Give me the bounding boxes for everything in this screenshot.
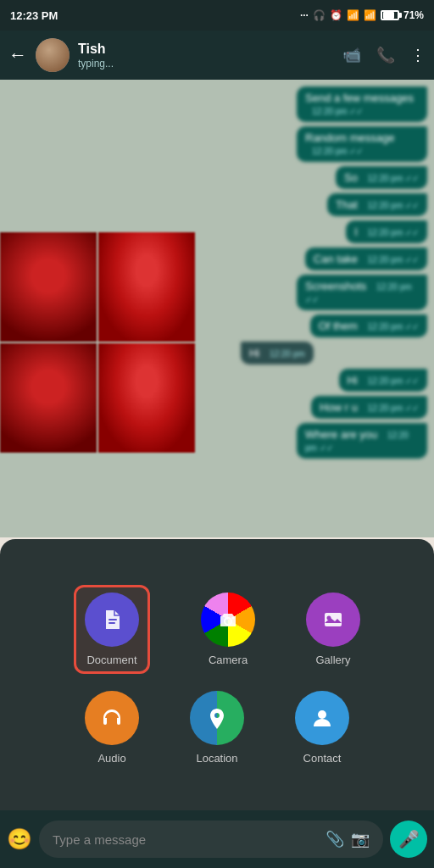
image-cell-2 [98, 232, 195, 342]
attach-contact[interactable]: Contact [295, 691, 349, 765]
menu-icon[interactable]: ⋮ [410, 46, 426, 64]
location-label: Location [196, 752, 237, 765]
signal-bars: 📶 [347, 9, 359, 21]
message-bubble: Send a few messages 12:20 pm ✓✓ [297, 86, 427, 122]
attach-camera[interactable]: Camera [201, 593, 255, 666]
msg-time: 12:20 pm ✓✓ [368, 201, 419, 210]
headphone-icon [99, 705, 125, 731]
svg-rect-5 [325, 613, 342, 626]
headphone-icon: 🎧 [313, 9, 326, 21]
message-bubble: Screenshots 12:20 pm ✓✓ [297, 275, 427, 310]
contact-label: Contact [303, 752, 342, 765]
msg-text: Where are you [305, 428, 377, 441]
msg-time: 12:20 pm ✓✓ [368, 228, 419, 237]
attach-document[interactable]: Document [74, 585, 150, 674]
msg-text: Of them [319, 320, 358, 332]
msg-time: 12:20 pm ✓✓ [368, 322, 419, 331]
contact-circle [295, 691, 349, 745]
voice-call-icon[interactable]: 📞 [376, 46, 395, 64]
attach-gallery[interactable]: Gallery [306, 593, 360, 666]
message-bubble: That 12:20 pm ✓✓ [327, 193, 427, 216]
msg-time: 12:20 pm ✓✓ [368, 376, 419, 386]
message-bubble: Can take 12:20 pm ✓✓ [305, 248, 427, 270]
msg-text: Random message [305, 131, 395, 144]
camera-label: Camera [209, 654, 248, 666]
attach-location[interactable]: Location [190, 691, 244, 765]
message-bubble: So 12:20 pm ✓✓ [336, 166, 427, 189]
battery-icon [381, 10, 399, 20]
wifi-icon: 📶 [364, 9, 376, 21]
header-actions: 📹 📞 ⋮ [342, 46, 426, 64]
status-time: 12:23 PM [10, 9, 58, 22]
paperclip-icon[interactable]: 📎 [326, 830, 344, 849]
msg-text: So [344, 171, 358, 184]
msg-text: Screenshots [305, 280, 366, 292]
message-bubble: How r u 12:20 pm ✓✓ [311, 396, 427, 419]
audio-circle [85, 691, 139, 745]
back-button[interactable]: ← [8, 44, 27, 66]
location-circle [190, 691, 244, 745]
gallery-label: Gallery [315, 654, 350, 666]
emoji-button[interactable]: 😊 [7, 827, 32, 851]
document-label: Document [86, 654, 136, 666]
message-bubble: Where are you 12:20 pm ✓✓ [297, 423, 427, 459]
document-circle [85, 593, 139, 647]
video-call-icon[interactable]: 📹 [342, 46, 361, 64]
alarm-icon: ⏰ [330, 9, 342, 21]
msg-time: 12:20 pm [270, 349, 305, 359]
image-cell-4 [98, 343, 195, 453]
gallery-circle [306, 593, 360, 647]
msg-text: I [354, 225, 358, 238]
contact-name: Tish [78, 41, 334, 57]
svg-rect-7 [103, 721, 107, 725]
message-bubble: I 12:20 pm ✓✓ [346, 220, 427, 243]
mic-icon: 🎤 [398, 829, 420, 849]
attachment-menu: Document Camera [0, 539, 434, 810]
input-placeholder: Type a message [53, 832, 319, 847]
chat-header: ← Tish typing... 📹 📞 ⋮ [0, 31, 434, 80]
svg-rect-1 [108, 622, 115, 624]
msg-text: Send a few messages [305, 92, 414, 104]
svg-point-9 [318, 710, 326, 719]
camera-input-icon[interactable]: 📷 [351, 830, 370, 849]
attachment-row-1: Document Camera [74, 585, 360, 674]
message-bubble-in: Hi 12:20 pm [241, 342, 314, 364]
svg-rect-0 [108, 619, 117, 620]
msg-text: Hi [348, 374, 358, 387]
signal-dots: ··· [300, 9, 309, 21]
contact-status: typing... [78, 58, 334, 70]
msg-time: 12:20 pm ✓✓ [368, 174, 419, 183]
image-cell-3 [0, 343, 97, 453]
battery-percent: 71% [403, 9, 424, 21]
msg-time: 12:20 pm ✓✓ [368, 255, 419, 264]
msg-time: 12:20 pm ✓✓ [312, 147, 363, 156]
gallery-icon [320, 607, 346, 632]
avatar[interactable] [36, 38, 70, 72]
location-icon [204, 705, 230, 731]
status-bar: 12:23 PM ··· 🎧 ⏰ 📶 📶 71% [0, 0, 434, 31]
camera-circle [201, 593, 255, 647]
svg-rect-8 [117, 721, 120, 725]
document-icon [99, 607, 125, 632]
attachment-row-2: Audio Location Contact [85, 691, 349, 765]
contact-info[interactable]: Tish typing... [78, 41, 334, 69]
message-bubble: Of them 12:20 pm ✓✓ [310, 314, 427, 337]
input-bar: 😊 Type a message 📎 📷 🎤 [0, 810, 434, 868]
attach-audio[interactable]: Audio [85, 691, 139, 765]
message-input-field[interactable]: Type a message 📎 📷 [39, 821, 383, 858]
msg-time: 12:20 pm ✓✓ [368, 403, 419, 413]
msg-time: 12:20 pm ✓✓ [312, 107, 363, 116]
message-group: Send a few messages 12:20 pm ✓✓ Random m… [241, 86, 427, 459]
msg-text: Can take [314, 253, 358, 265]
audio-label: Audio [97, 752, 125, 765]
image-cell-1 [0, 232, 97, 342]
camera-icon [215, 607, 241, 632]
chat-area: Send a few messages 12:20 pm ✓✓ Random m… [0, 80, 434, 537]
contact-icon [309, 705, 335, 731]
svg-point-4 [232, 617, 235, 620]
mic-button[interactable]: 🎤 [390, 821, 427, 858]
msg-text: How r u [320, 401, 358, 414]
msg-text: That [336, 198, 358, 211]
message-bubble: Random message 12:20 pm ✓✓ [297, 126, 427, 162]
image-grid [0, 232, 195, 453]
